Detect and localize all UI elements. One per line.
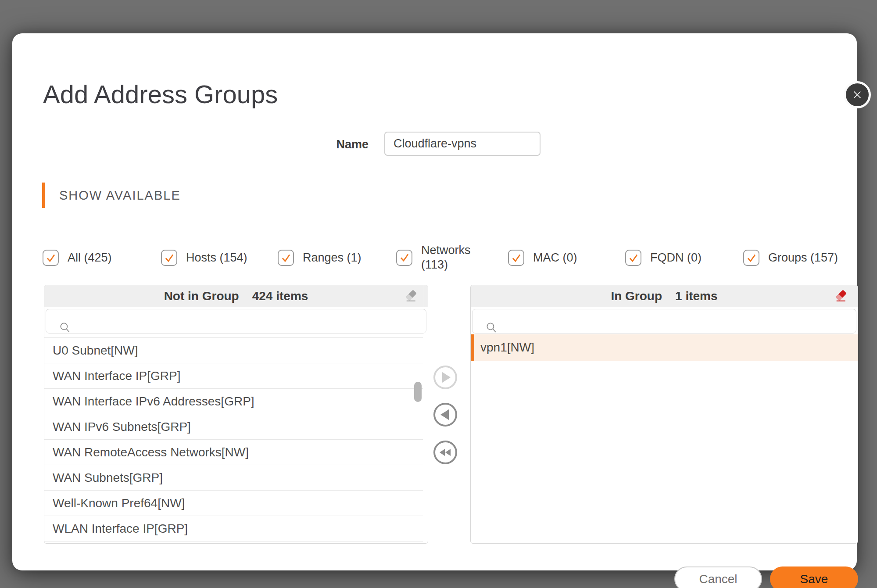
cancel-button[interactable]: Cancel (674, 566, 762, 588)
list-item[interactable]: WAN RemoteAccess Networks[NW] (44, 440, 423, 465)
section-accent-bar (42, 183, 45, 208)
move-right-button[interactable] (433, 366, 457, 389)
checkmark-icon (745, 252, 758, 264)
checkbox-ranges[interactable] (278, 250, 294, 266)
filter-label-ranges: Ranges (1) (303, 251, 362, 265)
double-arrow-left-icon (440, 449, 451, 456)
filter-label-hosts: Hosts (154) (186, 251, 247, 265)
add-address-groups-dialog: Add Address Groups Name SHOW AVAILABLE A… (12, 33, 857, 570)
in-group-title: In Group (611, 289, 662, 303)
scrollbar-track (424, 285, 424, 543)
checkbox-fqdn[interactable] (625, 250, 641, 266)
move-all-left-button[interactable] (433, 441, 457, 464)
list-item[interactable]: Well-Known Pref64[NW] (44, 491, 423, 516)
checkmark-icon (398, 251, 411, 264)
checkbox-groups[interactable] (743, 250, 759, 266)
checkmark-icon (510, 252, 523, 264)
in-group-search (472, 309, 856, 333)
list-item[interactable]: WAN Interface IPv6 Addresses[GRP] (44, 389, 423, 414)
checkmark-icon (627, 252, 640, 264)
filter-label-all: All (425) (68, 251, 112, 265)
not-in-group-panel: Not in Group 424 items (44, 285, 428, 544)
scrollbar-thumb[interactable] (414, 382, 422, 402)
list-item[interactable]: WLAN Interface IP[GRP] (44, 516, 423, 541)
filter-mac: MAC (0) (508, 250, 577, 266)
filter-label-mac: MAC (0) (533, 251, 577, 265)
name-input[interactable] (384, 132, 541, 156)
not-in-group-count: 424 items (252, 289, 308, 303)
clear-right-eraser-icon[interactable] (834, 289, 848, 303)
screen-backdrop: Add Address Groups Name SHOW AVAILABLE A… (0, 0, 877, 588)
in-group-search-input[interactable] (495, 311, 852, 330)
checkbox-networks[interactable] (396, 250, 412, 266)
clear-left-eraser-icon[interactable] (404, 289, 418, 303)
in-group-header: In Group 1 items (471, 285, 858, 307)
filter-label-groups: Groups (157) (768, 251, 838, 265)
filter-networks: Networks (113) (396, 243, 471, 272)
not-in-group-title: Not in Group (164, 289, 239, 303)
arrow-left-icon (440, 409, 449, 420)
checkbox-mac[interactable] (508, 250, 524, 266)
filter-all: All (425) (43, 250, 112, 266)
not-in-group-search (46, 309, 426, 333)
selected-group-member[interactable]: vpn1[NW] (471, 334, 858, 361)
filter-label-networks: Networks (113) (421, 243, 471, 272)
list-item[interactable]: WAN Subnets[GRP] (44, 465, 423, 491)
list-item[interactable]: U0 Subnet[NW] (44, 338, 423, 363)
filter-label-fqdn: FQDN (0) (650, 251, 702, 265)
in-group-panel: In Group 1 items v (470, 285, 858, 544)
list-item[interactable]: WAN Interface IP[GRP] (44, 363, 423, 389)
filter-fqdn: FQDN (0) (625, 250, 702, 266)
not-in-group-list: U0 Subnet[NW] WAN Interface IP[GRP] WAN … (44, 333, 428, 543)
checkmark-icon (280, 252, 292, 264)
not-in-group-search-input[interactable] (69, 311, 422, 330)
scrolled-row-sliver (44, 333, 423, 338)
filter-groups: Groups (157) (743, 250, 838, 266)
filter-hosts: Hosts (154) (161, 250, 247, 266)
checkbox-all[interactable] (43, 250, 59, 266)
name-field-label: Name (293, 138, 369, 151)
not-in-group-header: Not in Group 424 items (44, 285, 428, 307)
list-item[interactable]: WAN IPv6 Subnets[GRP] (44, 414, 423, 440)
move-left-button[interactable] (433, 403, 457, 427)
section-title: SHOW AVAILABLE (59, 188, 181, 203)
filter-ranges: Ranges (1) (278, 250, 362, 266)
checkmark-icon (45, 252, 57, 264)
arrow-right-icon (442, 372, 451, 383)
in-group-count: 1 items (675, 289, 718, 303)
checkmark-icon (163, 252, 175, 264)
save-button[interactable]: Save (770, 566, 858, 588)
close-button[interactable] (844, 81, 871, 108)
dialog-title: Add Address Groups (43, 80, 278, 108)
close-icon (852, 89, 863, 100)
checkbox-hosts[interactable] (161, 250, 177, 266)
